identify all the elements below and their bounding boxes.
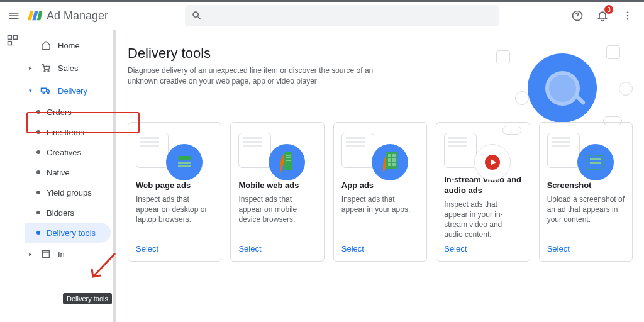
inventory-icon — [40, 249, 52, 259]
select-button[interactable]: Select — [136, 240, 213, 253]
sidebar-item-home[interactable]: Home — [25, 34, 116, 57]
card-description: Inspect ads that appear on desktop or la… — [136, 194, 213, 240]
card-description: Inspect ads that appear on mobile device… — [238, 194, 316, 240]
sidebar: Home ▸ Sales ▾ Delivery Orders Line Item… — [25, 30, 116, 322]
app-logo[interactable]: Ad Manager — [28, 9, 108, 23]
sidebar-sub-label: Line Items — [47, 128, 84, 137]
main-content: Delivery tools Diagnose delivery of an u… — [116, 30, 644, 322]
menu-icon[interactable] — [8, 9, 20, 22]
sidebar-item-label: In — [58, 250, 65, 259]
card-title: App ads — [341, 180, 419, 191]
sidebar-item-delivery[interactable]: ▾ Delivery — [25, 79, 116, 102]
svg-point-8 — [44, 70, 45, 72]
card-illustration — [341, 130, 419, 175]
sidebar-sub-orders[interactable]: Orders — [25, 102, 116, 122]
card-title: Screenshot — [547, 180, 625, 191]
svg-point-9 — [48, 70, 49, 72]
card-app-ads[interactable]: App ads Inspect ads that appear in your … — [333, 122, 427, 262]
truck-icon — [40, 85, 52, 96]
app-header: Ad Manager 3 — [0, 0, 644, 30]
svg-rect-14 — [178, 156, 191, 160]
svg-rect-23 — [392, 154, 396, 157]
svg-rect-27 — [392, 163, 396, 166]
svg-rect-5 — [8, 36, 11, 40]
svg-rect-25 — [392, 158, 396, 162]
svg-rect-24 — [388, 158, 391, 162]
sidebar-item-label: Sales — [58, 64, 79, 73]
svg-point-1 — [577, 18, 577, 18]
sidebar-sub-creatives[interactable]: Creatives — [25, 142, 116, 162]
sidebar-sub-yield-groups[interactable]: Yield groups — [25, 182, 116, 203]
sidebar-sub-label: Creatives — [47, 148, 81, 157]
help-icon[interactable] — [569, 7, 586, 25]
search-input[interactable] — [185, 5, 499, 26]
select-button[interactable]: Select — [547, 240, 625, 253]
select-button[interactable]: Select — [341, 240, 419, 253]
network-icon[interactable] — [6, 34, 19, 47]
card-description: Upload a screenshot of an ad that appear… — [547, 194, 625, 240]
card-screenshot[interactable]: Screenshot Upload a screenshot of an ad … — [539, 122, 633, 262]
page-description: Diagnose delivery of an unexpected line … — [128, 65, 392, 87]
sidebar-sub-label: Bidders — [47, 208, 74, 218]
card-illustration — [238, 130, 316, 175]
card-web-page-ads[interactable]: Web page ads Inspect ads that appear on … — [128, 122, 221, 262]
sidebar-sub-delivery-tools[interactable]: Delivery tools — [25, 223, 111, 243]
sidebar-item-label: Delivery — [58, 86, 87, 96]
svg-rect-20 — [286, 160, 291, 161]
cart-icon — [40, 63, 52, 73]
card-title: Web page ads — [136, 180, 213, 191]
sidebar-sub-label: Delivery tools — [47, 228, 96, 238]
svg-point-11 — [43, 92, 44, 94]
card-mobile-web-ads[interactable]: Mobile web ads Inspect ads that appear o… — [230, 122, 324, 262]
card-illustration — [547, 130, 625, 175]
card-instream-video[interactable]: In-stream video and audio ads Inspect ad… — [436, 122, 530, 262]
svg-rect-19 — [286, 157, 291, 158]
card-description: Inspect ads that appear in your in-strea… — [444, 199, 521, 240]
home-icon — [40, 40, 52, 50]
card-illustration — [444, 130, 521, 170]
sidebar-sub-bidders[interactable]: Bidders — [25, 203, 116, 223]
svg-rect-10 — [42, 88, 47, 92]
svg-point-2 — [627, 11, 629, 13]
logo-icon — [28, 9, 42, 23]
select-button[interactable]: Select — [238, 240, 316, 253]
sidebar-sub-label: Native — [47, 168, 70, 177]
sidebar-sub-label: Orders — [47, 108, 72, 117]
card-description: Inspect ads that appear in your apps. — [341, 194, 419, 240]
svg-rect-15 — [178, 162, 191, 164]
left-rail — [0, 30, 25, 322]
svg-rect-26 — [388, 163, 391, 166]
svg-rect-21 — [386, 152, 397, 169]
select-button[interactable]: Select — [444, 240, 521, 253]
sidebar-sub-line-items[interactable]: Line Items — [25, 122, 116, 142]
svg-point-12 — [48, 92, 49, 94]
search-icon — [191, 10, 203, 21]
card-title: Mobile web ads — [238, 180, 316, 191]
svg-rect-22 — [388, 154, 391, 157]
tool-cards: Web page ads Inspect ads that appear on … — [128, 122, 633, 262]
svg-rect-16 — [178, 165, 191, 167]
sidebar-item-label: Home — [58, 41, 80, 50]
svg-rect-13 — [43, 251, 50, 258]
svg-rect-30 — [590, 158, 601, 160]
notification-badge: 3 — [604, 5, 613, 14]
svg-rect-6 — [13, 36, 17, 40]
svg-rect-31 — [590, 162, 601, 164]
sidebar-item-sales[interactable]: ▸ Sales — [25, 57, 116, 79]
svg-point-3 — [627, 15, 629, 17]
notifications-icon[interactable]: 3 — [594, 7, 611, 25]
svg-rect-7 — [8, 42, 11, 45]
card-illustration — [136, 130, 213, 175]
sidebar-sub-native[interactable]: Native — [25, 162, 116, 182]
svg-rect-18 — [286, 155, 291, 156]
sidebar-item-inventory[interactable]: ▸ In — [25, 243, 116, 265]
tooltip: Delivery tools — [63, 293, 112, 304]
svg-point-4 — [627, 18, 629, 20]
app-name: Ad Manager — [47, 9, 108, 23]
more-icon[interactable] — [619, 7, 636, 25]
sidebar-sub-label: Yield groups — [47, 188, 92, 197]
